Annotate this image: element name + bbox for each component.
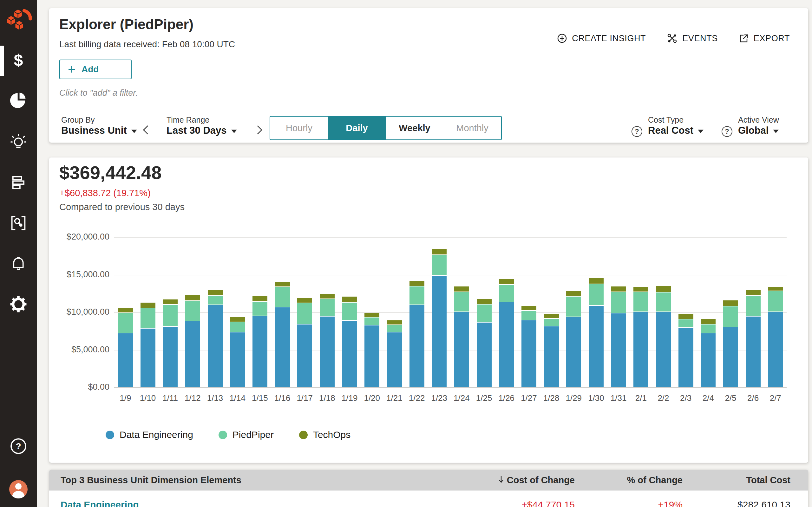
create-insight-button[interactable]: CREATE INSIGHT — [557, 33, 646, 43]
bar-segment-piedpiper[interactable] — [118, 313, 133, 333]
bar-segment-data-engineering[interactable] — [118, 333, 133, 387]
bar-segment-techops[interactable] — [320, 294, 335, 298]
events-button[interactable]: EVENTS — [667, 33, 718, 44]
sidebar-item-insights[interactable] — [0, 127, 37, 157]
sidebar-item-analytics[interactable] — [0, 84, 37, 115]
tab-hourly[interactable]: Hourly — [270, 117, 328, 139]
bar-segment-piedpiper[interactable] — [633, 291, 648, 312]
dimension-element-link[interactable]: Data Engineering — [61, 499, 442, 507]
add-filter-button[interactable]: Add — [59, 60, 132, 79]
stacked-bar-1/10[interactable] — [141, 302, 155, 387]
sidebar-item-dimensions[interactable] — [0, 167, 37, 198]
bar-segment-piedpiper[interactable] — [141, 308, 155, 328]
bar-segment-techops[interactable] — [521, 306, 537, 310]
bar-segment-techops[interactable] — [364, 313, 379, 317]
stacked-bar-1/11[interactable] — [163, 299, 177, 387]
stacked-bar-1/31[interactable] — [611, 286, 626, 387]
bar-segment-piedpiper[interactable] — [454, 291, 469, 312]
bar-segment-piedpiper[interactable] — [768, 291, 783, 311]
bar-segment-piedpiper[interactable] — [589, 284, 604, 305]
bar-segment-piedpiper[interactable] — [252, 301, 267, 316]
bar-segment-piedpiper[interactable] — [208, 295, 223, 305]
active-view-help-icon[interactable]: ? — [722, 126, 732, 137]
bar-segment-techops[interactable] — [387, 320, 402, 325]
stacked-bar-1/21[interactable] — [387, 320, 402, 387]
bar-segment-data-engineering[interactable] — [230, 332, 245, 387]
stacked-bar-1/24[interactable] — [454, 286, 469, 387]
bar-segment-techops[interactable] — [678, 314, 693, 319]
bar-segment-techops[interactable] — [656, 286, 671, 292]
bar-segment-piedpiper[interactable] — [387, 325, 402, 332]
group-by-dropdown[interactable]: Business Unit — [61, 125, 137, 136]
bar-segment-piedpiper[interactable] — [656, 292, 671, 312]
stacked-bar-1/13[interactable] — [208, 290, 223, 387]
bar-segment-piedpiper[interactable] — [701, 324, 716, 333]
stacked-bar-2/2[interactable] — [656, 286, 671, 387]
bar-segment-techops[interactable] — [297, 298, 312, 302]
bar-segment-data-engineering[interactable] — [589, 305, 604, 388]
bar-segment-techops[interactable] — [230, 317, 245, 321]
stacked-bar-1/18[interactable] — [320, 294, 335, 387]
bar-segment-techops[interactable] — [141, 302, 155, 307]
bar-segment-techops[interactable] — [409, 281, 424, 286]
time-range-dropdown[interactable]: Last 30 Days — [166, 125, 237, 136]
stacked-bar-1/14[interactable] — [230, 317, 245, 387]
sidebar-item-settings[interactable] — [0, 289, 37, 320]
sidebar-item-explorer[interactable] — [0, 208, 37, 238]
bar-segment-data-engineering[interactable] — [409, 304, 424, 387]
bar-segment-piedpiper[interactable] — [320, 298, 335, 316]
bar-segment-data-engineering[interactable] — [387, 332, 402, 387]
bar-segment-piedpiper[interactable] — [746, 295, 761, 316]
bar-segment-data-engineering[interactable] — [633, 312, 648, 387]
bar-segment-data-engineering[interactable] — [297, 324, 312, 387]
sidebar-item-notifications[interactable] — [0, 249, 37, 279]
bar-segment-data-engineering[interactable] — [701, 333, 716, 387]
bar-segment-piedpiper[interactable] — [185, 300, 200, 321]
bar-segment-data-engineering[interactable] — [454, 312, 469, 387]
cost-type-dropdown[interactable]: Real Cost — [648, 125, 704, 136]
bar-segment-data-engineering[interactable] — [768, 312, 783, 387]
stacked-bar-1/20[interactable] — [364, 313, 379, 387]
stacked-bar-1/19[interactable] — [342, 297, 357, 387]
stacked-bar-2/5[interactable] — [723, 300, 738, 387]
tab-monthly[interactable]: Monthly — [444, 117, 501, 139]
bar-segment-data-engineering[interactable] — [477, 322, 492, 387]
stacked-bar-2/3[interactable] — [678, 314, 693, 387]
stacked-bar-2/6[interactable] — [746, 290, 761, 387]
bar-segment-data-engineering[interactable] — [275, 307, 290, 387]
bar-segment-techops[interactable] — [185, 295, 200, 301]
sidebar-item-help[interactable]: ? — [0, 431, 37, 461]
bar-segment-techops[interactable] — [633, 287, 648, 291]
bar-segment-techops[interactable] — [723, 300, 738, 306]
bar-segment-piedpiper[interactable] — [477, 304, 492, 322]
bar-segment-data-engineering[interactable] — [521, 320, 537, 387]
bar-segment-piedpiper[interactable] — [432, 255, 447, 275]
bar-segment-piedpiper[interactable] — [275, 286, 290, 307]
bar-segment-techops[interactable] — [701, 319, 716, 324]
stacked-bar-1/17[interactable] — [297, 298, 312, 387]
stacked-bar-1/16[interactable] — [275, 282, 290, 387]
tab-weekly[interactable]: Weekly — [386, 117, 444, 139]
bar-segment-data-engineering[interactable] — [342, 320, 357, 387]
export-button[interactable]: EXPORT — [739, 33, 790, 43]
time-range-prev-button[interactable] — [143, 125, 152, 134]
bar-segment-piedpiper[interactable] — [566, 296, 581, 317]
bar-segment-piedpiper[interactable] — [499, 284, 514, 302]
bar-segment-piedpiper[interactable] — [163, 304, 177, 326]
column-header-2[interactable]: Cost of Change — [442, 475, 575, 486]
bar-segment-data-engineering[interactable] — [252, 316, 267, 387]
bar-segment-data-engineering[interactable] — [163, 326, 177, 387]
bar-segment-techops[interactable] — [275, 282, 290, 286]
bar-segment-techops[interactable] — [746, 290, 761, 295]
bar-segment-data-engineering[interactable] — [656, 312, 671, 387]
bar-segment-piedpiper[interactable] — [723, 306, 738, 327]
bar-segment-data-engineering[interactable] — [208, 304, 223, 387]
bar-segment-piedpiper[interactable] — [678, 319, 693, 327]
bar-segment-data-engineering[interactable] — [141, 328, 155, 387]
stacked-bar-1/12[interactable] — [185, 295, 200, 387]
bar-segment-techops[interactable] — [477, 299, 492, 304]
stacked-bar-1/15[interactable] — [252, 296, 267, 387]
bar-segment-techops[interactable] — [118, 308, 133, 313]
bar-segment-piedpiper[interactable] — [364, 317, 379, 325]
stacked-bar-1/25[interactable] — [477, 299, 492, 387]
